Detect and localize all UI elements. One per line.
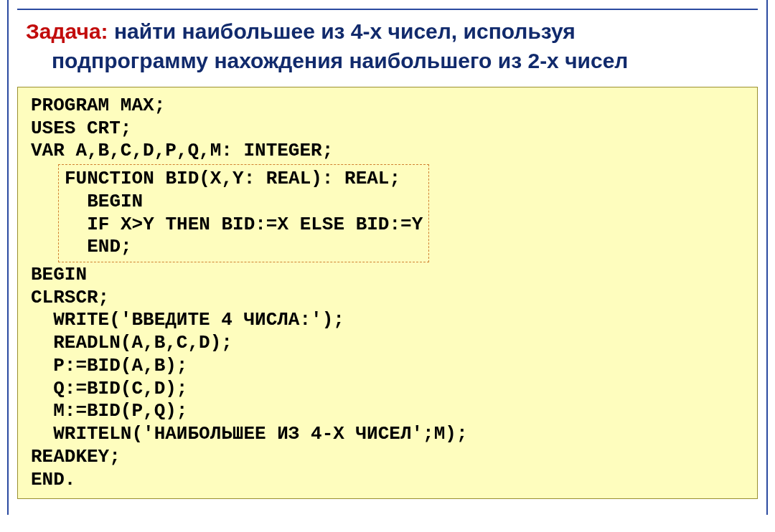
- code-line-11: WRITELN('НАИБОЛЬШЕЕ ИЗ 4-Х ЧИСЕЛ';M);: [31, 423, 744, 446]
- code-line-12: READKEY;: [31, 446, 744, 469]
- func-line-2: BEGIN: [65, 191, 423, 214]
- code-line-3: VAR A,B,C,D,P,Q,M: INTEGER;: [31, 140, 744, 163]
- code-line-5: CLRSCR;: [31, 287, 744, 310]
- code-line-7: READLN(A,B,C,D);: [31, 332, 744, 355]
- func-line-3: IF X>Y THEN BID:=X ELSE BID:=Y: [65, 214, 423, 237]
- code-box: PROGRAM MAX; USES CRT; VAR A,B,C,D,P,Q,M…: [17, 87, 758, 499]
- code-line-4: BEGIN: [31, 264, 744, 287]
- func-line-4: END;: [65, 236, 423, 259]
- code-line-8: P:=BID(A,B);: [31, 355, 744, 378]
- task-statement: Задача: найти наибольшее из 4-х чисел, и…: [17, 17, 758, 82]
- code-line-6: WRITE('ВВЕДИТЕ 4 ЧИСЛА:');: [31, 309, 744, 332]
- code-line-1: PROGRAM MAX;: [31, 95, 744, 118]
- slide-page: Задача: найти наибольшее из 4-х чисел, и…: [7, 0, 768, 515]
- task-text-line2: подпрограмму нахождения наибольшего из 2…: [26, 49, 628, 72]
- func-line-1: FUNCTION BID(X,Y: REAL): REAL;: [65, 168, 423, 191]
- code-line-13: END.: [31, 469, 744, 492]
- task-text-line1: найти наибольшее из 4-х чисел, используя: [108, 19, 576, 43]
- code-line-2: USES CRT;: [31, 118, 744, 141]
- code-line-10: M:=BID(P,Q);: [31, 400, 744, 423]
- function-frame: FUNCTION BID(X,Y: REAL): REAL; BEGIN IF …: [58, 164, 429, 262]
- task-label: Задача:: [26, 19, 108, 43]
- code-line-9: Q:=BID(C,D);: [31, 378, 744, 401]
- top-rule: [17, 9, 758, 10]
